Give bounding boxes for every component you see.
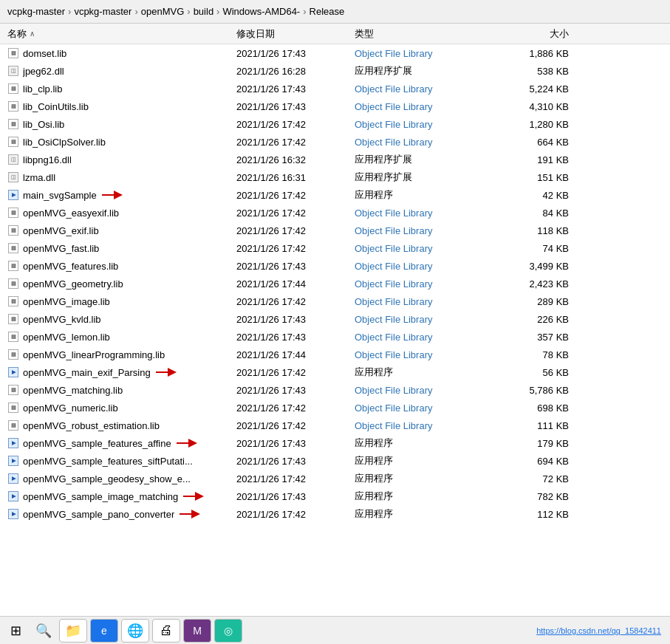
taskbar: ⊞ 🔍 📁 e 🌐 🖨 M ◎ https://blog.csdn.net/qq… (0, 616, 670, 644)
file-date: 2021/1/26 17:42 (236, 137, 355, 148)
file-size: 226 KB (495, 314, 569, 325)
file-name: openMVG_linearProgramming.lib (23, 349, 165, 360)
exe-icon: ▶ (7, 455, 19, 467)
table-row[interactable]: ▤ lib_CoinUtils.lib 2021/1/26 17:43 Obje… (0, 97, 670, 115)
file-name-cell: ▶ openMVG_sample_pano_converter (7, 508, 236, 520)
file-type: Object File Library (355, 225, 495, 236)
start-button[interactable]: ⊞ (3, 619, 28, 643)
exe-icon: ▶ (7, 189, 19, 201)
breadcrumb-part[interactable]: Release (310, 6, 345, 17)
table-row[interactable]: ◫ libpng16.dll 2021/1/26 16:32 应用程序扩展 19… (0, 151, 670, 168)
file-date: 2021/1/26 17:43 (236, 438, 355, 449)
breadcrumb-part[interactable]: Windows-AMD64- (222, 6, 300, 17)
file-type: 应用程序 (355, 436, 495, 450)
taskbar-url[interactable]: https://blog.csdn.net/qq_15842411 (536, 626, 667, 635)
table-row[interactable]: ▤ openMVG_fast.lib 2021/1/26 17:42 Objec… (0, 239, 670, 257)
file-name-cell: ◫ lzma.dll (7, 171, 236, 183)
col-header-name[interactable]: 名称 ∧ (7, 27, 236, 41)
search-button[interactable]: 🔍 (31, 619, 56, 643)
table-row[interactable]: ▤ lib_clp.lib 2021/1/26 17:43 Object Fil… (0, 80, 670, 97)
table-row[interactable]: ▤ openMVG_matching.lib 2021/1/26 17:43 O… (0, 381, 670, 399)
taskbar-app1[interactable]: M (183, 619, 211, 643)
file-size: 2,423 KB (495, 278, 569, 290)
file-name: openMVG_sample_features_affine (23, 438, 171, 449)
file-name-cell: ▤ lib_Osi.lib (7, 118, 236, 130)
file-type: Object File Library (355, 101, 495, 112)
dll-icon: ◫ (7, 65, 19, 77)
file-size: 694 KB (495, 456, 569, 467)
file-date: 2021/1/26 17:42 (236, 420, 355, 431)
table-row[interactable]: ▤ lib_OsiClpSolver.lib 2021/1/26 17:42 O… (0, 133, 670, 151)
breadcrumb-part[interactable]: build (194, 6, 213, 17)
table-row[interactable]: ▤ openMVG_kvld.lib 2021/1/26 17:43 Objec… (0, 310, 670, 328)
file-name: jpeg62.dll (23, 66, 64, 77)
file-size: 357 KB (495, 332, 569, 343)
file-name: openMVG_sample_features_siftPutati... (23, 456, 193, 467)
file-size: 151 KB (495, 172, 569, 183)
taskbar-edge[interactable]: e (90, 619, 118, 643)
file-size: 5,786 KB (495, 385, 569, 396)
file-name: lib_Osi.lib (23, 119, 64, 130)
file-name-cell: ▤ lib_clp.lib (7, 83, 236, 95)
table-row[interactable]: ◫ jpeg62.dll 2021/1/26 16:28 应用程序扩展 538 … (0, 62, 670, 80)
file-name: openMVG_sample_pano_converter (23, 509, 174, 520)
table-row[interactable]: ▶ openMVG_sample_features_siftPutati... … (0, 452, 670, 470)
file-name: openMVG_easyexif.lib (23, 208, 119, 219)
table-row[interactable]: ▶ openMVG_sample_pano_converter 2021/1/2… (0, 505, 670, 523)
table-row[interactable]: ▶ openMVG_main_exif_Parsing 2021/1/26 17… (0, 363, 670, 381)
file-size: 118 KB (495, 225, 569, 236)
table-row[interactable]: ▤ openMVG_easyexif.lib 2021/1/26 17:42 O… (0, 204, 670, 222)
breadcrumb-part[interactable]: vcpkg-master (7, 6, 65, 17)
file-name-cell: ▶ openMVG_sample_image_matching (7, 490, 236, 502)
table-row[interactable]: ◫ lzma.dll 2021/1/26 16:31 应用程序扩展 151 KB (0, 168, 670, 186)
taskbar-explorer[interactable]: 📁 (59, 619, 87, 643)
exe-icon: ▶ (7, 366, 19, 378)
file-type: Object File Library (355, 243, 495, 254)
taskbar-chrome[interactable]: 🌐 (121, 619, 149, 643)
file-date: 2021/1/26 17:43 (236, 48, 355, 59)
file-type: Object File Library (355, 48, 495, 59)
table-row[interactable]: ▤ domset.lib 2021/1/26 17:43 Object File… (0, 44, 670, 62)
table-row[interactable]: ▤ openMVG_image.lib 2021/1/26 17:42 Obje… (0, 292, 670, 310)
file-date: 2021/1/26 17:42 (236, 243, 355, 254)
breadcrumb-part[interactable]: openMVG (141, 6, 185, 17)
file-date: 2021/1/26 17:44 (236, 349, 355, 360)
taskbar-app2[interactable]: ◎ (214, 619, 242, 643)
table-row[interactable]: ▶ openMVG_sample_features_affine 2021/1/… (0, 434, 670, 452)
table-row[interactable]: ▤ openMVG_features.lib 2021/1/26 17:43 O… (0, 257, 670, 275)
file-name-cell: ▤ openMVG_easyexif.lib (7, 207, 236, 219)
table-row[interactable]: ▤ openMVG_geometry.lib 2021/1/26 17:44 O… (0, 275, 670, 292)
file-type: Object File Library (355, 261, 495, 272)
table-row[interactable]: ▤ openMVG_numeric.lib 2021/1/26 17:42 Ob… (0, 399, 670, 417)
file-date: 2021/1/26 17:43 (236, 83, 355, 95)
table-row[interactable]: ▤ openMVG_linearProgramming.lib 2021/1/2… (0, 346, 670, 363)
file-type: Object File Library (355, 332, 495, 343)
table-row[interactable]: ▤ lib_Osi.lib 2021/1/26 17:42 Object Fil… (0, 115, 670, 133)
file-date: 2021/1/26 17:42 (236, 208, 355, 219)
table-row[interactable]: ▤ openMVG_robust_estimation.lib 2021/1/2… (0, 417, 670, 434)
table-row[interactable]: ▶ main_svgSample 2021/1/26 17:42 应用程序 42… (0, 186, 670, 204)
file-size: 111 KB (495, 420, 569, 431)
col-header-size[interactable]: 大小 (495, 27, 569, 41)
file-name-cell: ▤ domset.lib (7, 47, 236, 59)
table-row[interactable]: ▶ openMVG_sample_geodesy_show_e... 2021/… (0, 470, 670, 487)
table-row[interactable]: ▤ openMVG_lemon.lib 2021/1/26 17:43 Obje… (0, 328, 670, 346)
red-arrow-icon (175, 438, 202, 448)
file-size: 179 KB (495, 438, 569, 449)
file-type: Object File Library (355, 278, 495, 290)
lib-icon: ▤ (7, 207, 19, 219)
table-row[interactable]: ▶ openMVG_sample_image_matching 2021/1/2… (0, 487, 670, 505)
file-type: 应用程序扩展 (355, 153, 495, 166)
lib-icon: ▤ (7, 295, 19, 307)
file-type: 应用程序扩展 (355, 171, 495, 184)
col-header-type[interactable]: 类型 (355, 27, 495, 41)
file-type: Object File Library (355, 119, 495, 130)
col-header-date[interactable]: 修改日期 (236, 27, 355, 41)
file-size: 42 KB (495, 190, 569, 201)
breadcrumb-part[interactable]: vcpkg-master (74, 6, 131, 17)
file-name-cell: ▤ openMVG_image.lib (7, 295, 236, 307)
taskbar-print[interactable]: 🖨 (152, 619, 180, 643)
table-row[interactable]: ▤ openMVG_exif.lib 2021/1/26 17:42 Objec… (0, 222, 670, 239)
red-arrow-icon (154, 367, 181, 377)
file-date: 2021/1/26 17:42 (236, 225, 355, 236)
